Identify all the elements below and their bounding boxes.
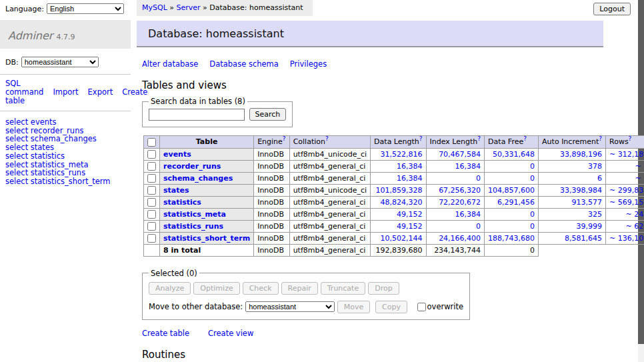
breadcrumb-server[interactable]: Server bbox=[177, 3, 201, 12]
row-checkbox[interactable] bbox=[147, 234, 156, 243]
create-link-create-view[interactable]: Create view bbox=[208, 329, 253, 338]
cell-link-index-length[interactable]: 72,220,672 bbox=[439, 198, 481, 207]
column-header-data-free: Data Free? bbox=[485, 136, 539, 149]
sidebar-item-select-statistics-short-term[interactable]: select statistics_short_term bbox=[5, 177, 125, 186]
sidebar-item-select-events[interactable]: select events bbox=[5, 118, 125, 127]
truncate-button: Truncate bbox=[321, 282, 365, 295]
row-checkbox[interactable] bbox=[147, 186, 156, 195]
cell-link-data-length[interactable]: 31,522,816 bbox=[381, 150, 423, 159]
cell-engine: InnoDB bbox=[254, 196, 289, 208]
cell-link-index-length[interactable]: 70,467,584 bbox=[439, 150, 481, 159]
action-link-privileges[interactable]: Privileges bbox=[290, 59, 327, 69]
cell-link-data-free[interactable]: 104,857,600 bbox=[488, 186, 535, 195]
table-link-events[interactable]: events bbox=[163, 150, 191, 159]
cell-link-rows[interactable]: ~ 5 bbox=[635, 162, 644, 171]
cell-link-data-length[interactable]: 10,502,144 bbox=[381, 234, 423, 243]
cell-link-auto-increment[interactable]: 33,398,984 bbox=[560, 186, 602, 195]
selected-fieldset: Selected (0) AnalyzeOptimizeCheckRepairT… bbox=[142, 269, 470, 320]
cell-link-index-length[interactable]: 24,166,400 bbox=[439, 234, 481, 243]
breadcrumb-mysql[interactable]: MySQL bbox=[142, 3, 167, 12]
cell-link-index-length[interactable]: 0 bbox=[476, 174, 481, 183]
table-link-recorder-runs[interactable]: recorder_runs bbox=[163, 162, 221, 171]
table-row: schema_changesInnoDButf8mb4_general_ci16… bbox=[144, 172, 644, 184]
row-checkbox[interactable] bbox=[147, 198, 156, 207]
check-button: Check bbox=[243, 282, 279, 295]
cell-link-data-length[interactable]: 101,859,328 bbox=[376, 186, 423, 195]
cell-link-data-length[interactable]: 48,824,320 bbox=[381, 198, 423, 207]
cell-link-index-length[interactable]: 0 bbox=[476, 222, 481, 231]
cell-link-auto-increment[interactable]: 6 bbox=[597, 174, 602, 183]
column-help-link[interactable]: ? bbox=[523, 136, 527, 143]
column-help-link[interactable]: ? bbox=[629, 136, 632, 143]
column-help-link[interactable]: ? bbox=[325, 136, 329, 143]
cell-link-rows[interactable]: ~ 136,108 bbox=[609, 234, 644, 243]
column-header-rows: Rows? bbox=[606, 136, 644, 149]
cell-link-index-length[interactable]: 67,256,320 bbox=[439, 186, 481, 195]
cell-link-data-free[interactable]: 50,331,648 bbox=[493, 150, 535, 159]
table-link-statistics-meta[interactable]: statistics_meta bbox=[163, 210, 226, 219]
cell-link-data-free[interactable]: 0 bbox=[530, 222, 535, 231]
table-link-schema-changes[interactable]: schema_changes bbox=[163, 174, 233, 183]
cell-collation: utf8mb4_general_ci bbox=[289, 232, 370, 244]
cell-link-auto-increment[interactable]: 8,581,645 bbox=[565, 234, 602, 243]
sidebar-item-select-statistics[interactable]: select statistics bbox=[5, 152, 125, 161]
cell-link-index-length[interactable]: 16,384 bbox=[455, 162, 481, 171]
cell-link-rows[interactable]: ~ 628 bbox=[625, 222, 644, 231]
cell-link-data-free[interactable]: 0 bbox=[530, 210, 535, 219]
cell-link-rows[interactable]: ~ 244 bbox=[625, 210, 644, 219]
column-help-link[interactable]: ? bbox=[599, 136, 602, 143]
cell-link-data-free[interactable]: 188,743,680 bbox=[488, 234, 535, 243]
cell-link-auto-increment[interactable]: 39,999 bbox=[577, 222, 603, 231]
cell-link-auto-increment[interactable]: 33,898,196 bbox=[560, 150, 602, 159]
language-select[interactable]: English bbox=[47, 3, 124, 14]
row-checkbox[interactable] bbox=[147, 150, 156, 159]
select-all-checkbox[interactable] bbox=[147, 138, 156, 147]
create-link-create-table[interactable]: Create table bbox=[142, 329, 189, 338]
table-row: statesInnoDButf8mb4_unicode_ci101,859,32… bbox=[144, 184, 644, 196]
row-checkbox[interactable] bbox=[147, 174, 156, 183]
cell-link-data-length[interactable]: 49,152 bbox=[397, 210, 423, 219]
row-checkbox[interactable] bbox=[147, 162, 156, 171]
cell-link-data-length[interactable]: 16,384 bbox=[397, 162, 423, 171]
cell-link-data-free[interactable]: 6,291,456 bbox=[497, 198, 535, 207]
search-input[interactable] bbox=[149, 109, 245, 121]
column-help-link[interactable]: ? bbox=[283, 136, 286, 143]
overwrite-checkbox[interactable] bbox=[417, 303, 426, 311]
action-link-alter-database[interactable]: Alter database bbox=[142, 59, 198, 69]
cell-link-data-free[interactable]: 0 bbox=[530, 162, 535, 171]
sidebar-item-select-states[interactable]: select states bbox=[5, 143, 125, 152]
cell-link-rows[interactable]: ~ 312,180 bbox=[609, 150, 644, 159]
search-button[interactable]: Search bbox=[249, 108, 287, 121]
column-header-auto-increment: Auto Increment? bbox=[539, 136, 606, 149]
cell-link-index-length[interactable]: 16,384 bbox=[455, 210, 481, 219]
sidebar-link-export[interactable]: Export bbox=[88, 87, 113, 97]
cell-link-rows[interactable]: ~ 3 bbox=[635, 174, 644, 183]
table-link-statistics-runs[interactable]: statistics_runs bbox=[163, 222, 223, 231]
cell-link-rows[interactable]: ~ 299,833 bbox=[609, 186, 644, 195]
cell-link-data-length[interactable]: 16,384 bbox=[397, 174, 423, 183]
db-select[interactable]: homeassistant bbox=[21, 57, 99, 67]
cell-link-auto-increment[interactable]: 325 bbox=[588, 210, 602, 219]
app-logo[interactable]: Adminer bbox=[8, 29, 53, 42]
row-checkbox[interactable] bbox=[147, 210, 156, 219]
main-content: MySQL » Server » Database: homeassistant… bbox=[137, 0, 603, 362]
search-fieldset: Search data in tables (8) Search bbox=[142, 97, 293, 127]
sidebar-link-import[interactable]: Import bbox=[53, 87, 78, 97]
cell-link-rows[interactable]: ~ 569,159 bbox=[609, 198, 644, 207]
row-checkbox[interactable] bbox=[147, 222, 156, 231]
action-link-database-schema[interactable]: Database schema bbox=[209, 59, 278, 69]
cell-link-auto-increment[interactable]: 913,577 bbox=[572, 198, 603, 207]
column-help-link[interactable]: ? bbox=[419, 136, 423, 143]
overwrite-option[interactable]: overwrite bbox=[417, 302, 464, 311]
total-index-length: 234,143,744 bbox=[426, 244, 485, 256]
table-link-statistics-short-term[interactable]: statistics_short_term bbox=[163, 234, 250, 243]
table-link-statistics[interactable]: statistics bbox=[163, 198, 201, 207]
table-link-states[interactable]: states bbox=[163, 186, 189, 195]
sidebar-link-sql-command[interactable]: SQL command bbox=[5, 79, 43, 97]
cell-link-data-length[interactable]: 49,152 bbox=[397, 222, 423, 231]
cell-link-auto-increment[interactable]: 378 bbox=[588, 162, 602, 171]
move-db-select[interactable]: homeassistant bbox=[245, 301, 335, 312]
column-help-link[interactable]: ? bbox=[477, 136, 481, 143]
cell-collation: utf8mb4_general_ci bbox=[289, 208, 370, 220]
cell-link-data-free[interactable]: 0 bbox=[530, 174, 535, 183]
